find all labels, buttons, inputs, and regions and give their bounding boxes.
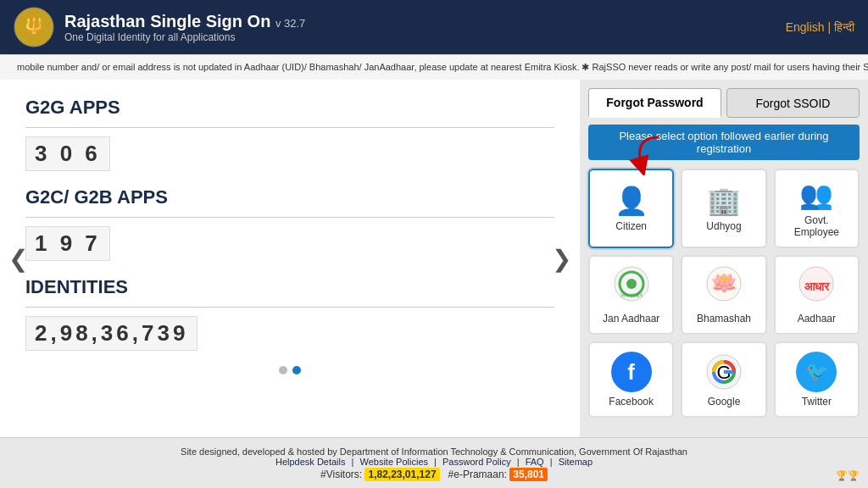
carousel-next-button[interactable]: ❯	[552, 245, 571, 273]
jan-aadhaar-label: Jan Aadhaar	[603, 313, 659, 324]
carousel-dot-1[interactable]	[279, 366, 287, 374]
citizen-label: Citizen	[615, 220, 647, 232]
aadhaar-icon: आधार	[798, 265, 835, 309]
login-option-aadhaar[interactable]: आधार Aadhaar	[774, 255, 860, 335]
identities-stats: IDENTITIES 2,98,36,739	[25, 276, 554, 351]
g2c-stats: G2C/ G2B APPS 1 9 7	[25, 186, 554, 261]
citizen-icon: 👤	[615, 185, 648, 217]
udhyog-label: Udhyog	[706, 220, 741, 232]
left-panel: ❮ G2G APPS 3 0 6 G2C/ G2B APPS 1 9 7 IDE…	[0, 80, 580, 437]
site-header: 🔱 Rajasthan Single Sign On v 32.7 One Di…	[0, 0, 868, 54]
g2c-label: G2C/ G2B APPS	[25, 186, 554, 208]
twitter-icon: 🐦	[796, 352, 837, 392]
site-subtitle: One Digital Identity for all Application…	[64, 31, 305, 43]
footer-website-policies[interactable]: Website Policies	[360, 457, 429, 467]
login-options-grid: 👤 Citizen 🏢 Udhyog 👥 Govt. Employee	[588, 169, 860, 418]
carousel-dot-2[interactable]	[292, 366, 301, 374]
udhyog-icon: 🏢	[707, 185, 741, 217]
g2g-stats: G2G APPS 3 0 6	[25, 97, 554, 171]
site-title-block: Rajasthan Single Sign On v 32.7 One Digi…	[64, 12, 305, 43]
lang-separator: |	[827, 20, 834, 34]
news-ticker: mobile number and/ or email address is n…	[0, 54, 868, 80]
footer-helpdesk[interactable]: Helpdesk Details	[275, 457, 346, 467]
login-option-facebook[interactable]: f Facebook	[588, 341, 674, 418]
bhamashah-icon: 🪷	[705, 265, 743, 309]
footer-faq[interactable]: FAQ	[526, 457, 544, 467]
footer-password-policy[interactable]: Password Policy	[442, 457, 511, 467]
site-logo: 🔱	[14, 7, 54, 47]
svg-text:जन-आधार: जन-आधार	[619, 292, 643, 298]
jan-aadhaar-icon: जन-आधार	[613, 265, 650, 309]
identities-label: IDENTITIES	[25, 276, 554, 298]
carousel-prev-button[interactable]: ❮	[8, 245, 28, 273]
right-panel: Forgot Password Forgot SSOID Please sele…	[580, 80, 868, 437]
visitors-label: #Visitors:	[320, 469, 362, 480]
login-option-citizen[interactable]: 👤 Citizen	[588, 169, 674, 248]
facebook-label: Facebook	[609, 396, 654, 408]
language-switcher[interactable]: English | हिन्दी	[786, 20, 854, 35]
lang-hindi[interactable]: हिन्दी	[834, 20, 854, 34]
svg-rect-13	[724, 370, 734, 374]
svg-text:आधार: आधार	[804, 280, 830, 293]
site-title: Rajasthan Single Sign On v 32.7	[64, 12, 305, 31]
login-option-google[interactable]: G Google	[681, 341, 766, 418]
visitors-count: 1,82,23,01,127	[364, 468, 439, 481]
g2g-value: 3 0 6	[25, 136, 110, 171]
svg-point-4	[626, 279, 637, 289]
login-option-jan-aadhaar[interactable]: जन-आधार Jan Aadhaar	[588, 255, 674, 335]
instruction-bar: Please select option followed earlier du…	[588, 125, 860, 160]
govt-employee-icon: 👥	[799, 179, 833, 211]
google-label: Google	[708, 396, 741, 408]
main-content: ❮ G2G APPS 3 0 6 G2C/ G2B APPS 1 9 7 IDE…	[0, 80, 868, 437]
twitter-label: Twitter	[802, 396, 832, 408]
login-option-govt-employee[interactable]: 👥 Govt. Employee	[774, 169, 860, 248]
g2g-label: G2G APPS	[25, 97, 554, 119]
visitors-row: #Visitors: 1,82,23,01,127 #e-Pramaan: 35…	[8, 469, 860, 480]
site-footer: Site designed, developed & hosted by Dep…	[0, 437, 868, 488]
epramaan-label: #e-Pramaan:	[448, 469, 507, 480]
login-option-twitter[interactable]: 🐦 Twitter	[774, 341, 860, 418]
login-option-bhamashah[interactable]: 🪷 Bhamashah	[681, 255, 766, 335]
footer-sitemap[interactable]: Sitemap	[559, 457, 593, 467]
carousel-dots	[25, 366, 554, 374]
svg-text:🔱: 🔱	[25, 16, 44, 35]
login-option-udhyog[interactable]: 🏢 Udhyog	[681, 169, 766, 248]
google-icon: G	[704, 352, 744, 392]
ticker-text: mobile number and/ or email address is n…	[0, 62, 868, 73]
g2c-value: 1 9 7	[25, 226, 110, 261]
bhamashah-label: Bhamashah	[697, 313, 751, 324]
footer-links: Helpdesk Details | Website Policies | Pa…	[8, 457, 860, 467]
trophy-icons: 🏆🏆	[836, 470, 860, 481]
lang-english[interactable]: English	[786, 20, 825, 34]
tab-forgot-password[interactable]: Forgot Password	[588, 88, 721, 118]
tab-row: Forgot Password Forgot SSOID	[588, 88, 860, 118]
svg-text:🪷: 🪷	[710, 269, 738, 297]
epramaan-count: 35,801	[509, 468, 548, 481]
aadhaar-label: Aadhaar	[798, 313, 836, 324]
facebook-icon: f	[611, 352, 652, 392]
identities-value: 2,98,36,739	[25, 316, 198, 351]
govt-employee-label: Govt. Employee	[781, 214, 853, 238]
footer-line1: Site designed, developed & hosted by Dep…	[8, 446, 860, 457]
version-label: v 32.7	[275, 17, 305, 30]
tab-forgot-ssoid[interactable]: Forgot SSOID	[726, 88, 860, 118]
